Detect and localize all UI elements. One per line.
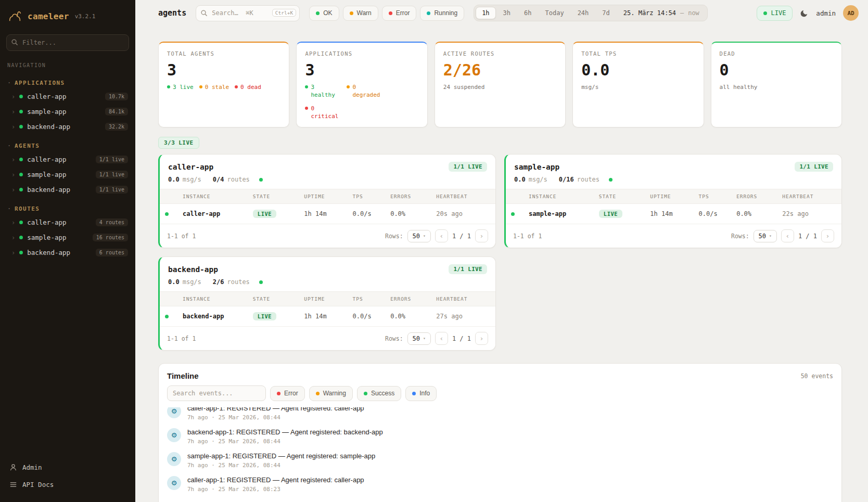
shortcut-kbd: Ctrl+K	[272, 9, 296, 17]
ok-dot-icon	[316, 11, 320, 15]
sidebar-section-header-routes[interactable]: · ROUTES	[0, 202, 135, 215]
global-search: Ctrl+K	[196, 5, 300, 21]
app-card-title[interactable]: backend-app	[168, 265, 218, 274]
gear-icon: ⚙	[167, 476, 181, 490]
filter-chip-running[interactable]: Running	[420, 6, 464, 21]
status-dot-icon	[19, 173, 23, 176]
range-button-6h[interactable]: 6h	[518, 7, 538, 19]
sidebar-section-header-agents[interactable]: · AGENTS	[0, 139, 135, 152]
range-button-7d[interactable]: 7d	[596, 7, 616, 19]
timeline-event-list[interactable]: ⚙ caller-app-1: REGISTERED — Agent regis…	[159, 407, 841, 502]
card-applications: APPLICATIONS 3 3 healthy 0 degraded 0 cr…	[296, 42, 427, 127]
rows-label: Rows:	[385, 335, 403, 342]
status-dot-icon	[165, 212, 169, 216]
time-range-label: 25. März 14:54 — now	[617, 9, 706, 17]
timeline-event[interactable]: ⚙ caller-app-1: REGISTERED — Agent regis…	[167, 472, 833, 496]
status-dot-icon	[347, 85, 350, 88]
error-dot-icon	[277, 392, 280, 395]
app-card-backend-app: backend-app 1/1 LIVE 0.0 msg/s 2/6 route…	[158, 256, 496, 351]
timeline-header: Timeline 50 events	[159, 364, 841, 385]
timeline-event-count: 50 events	[801, 372, 833, 380]
count-badge: 10.7k	[105, 93, 128, 100]
rows-per-page-select[interactable]: 50▾	[407, 230, 431, 242]
row-range-label: 1-1 of 1	[513, 233, 542, 240]
sidebar-item-routes-caller-app[interactable]: › caller-app 4 routes	[0, 215, 135, 230]
timeline-controls: Error Warning Success Info	[159, 385, 841, 407]
prev-page-button[interactable]: ‹	[435, 332, 448, 345]
user-avatar[interactable]: AD	[843, 5, 859, 21]
sidebar-item-agents-caller-app[interactable]: › caller-app 1/1 live	[0, 152, 135, 167]
card-value: 0.0	[581, 61, 695, 79]
timeline-filter-success[interactable]: Success	[357, 386, 401, 401]
count-badge: 6 routes	[96, 249, 128, 256]
table-header: INSTANCE STATE UPTIME TPS ERRORS HEARTBE…	[160, 189, 495, 204]
sidebar-item-routes-sample-app[interactable]: › sample-app 16 routes	[0, 230, 135, 245]
datetime-label: 25. März 14:54	[623, 9, 676, 17]
page-indicator: 1 / 1	[452, 335, 471, 342]
sidebar-item-agents-backend-app[interactable]: › backend-app 1/1 live	[0, 182, 135, 197]
sidebar-item-applications-caller-app[interactable]: › caller-app 10.7k	[0, 89, 135, 104]
count-badge: 84.1k	[105, 108, 128, 115]
next-page-button[interactable]: ›	[821, 229, 834, 242]
chevron-down-icon: ▾	[423, 234, 426, 238]
count-badge: 1/1 live	[96, 186, 128, 194]
next-page-button[interactable]: ›	[475, 332, 488, 345]
app-logo[interactable]: cameleer v3.2.1	[0, 0, 135, 30]
timeline-filter-warning[interactable]: Warning	[309, 386, 353, 401]
sidebar-item-agents-sample-app[interactable]: › sample-app 1/1 live	[0, 167, 135, 182]
rows-per-page-select[interactable]: 50▾	[754, 230, 777, 242]
filter-chip-warn[interactable]: Warn	[343, 6, 378, 21]
summary-cards-row: TOTAL AGENTS 3 3 live 0 stale 0 dead APP…	[158, 42, 842, 127]
navigation-label: NAVIGATION	[0, 53, 135, 71]
timeline-event[interactable]: ⚙ backend-app-1: REGISTERED — Agent regi…	[167, 424, 833, 448]
status-dot-icon	[305, 85, 308, 88]
dark-mode-toggle[interactable]	[800, 9, 809, 18]
table-row[interactable]: caller-app LIVE 1h 14m 0.0/s 0.0% 20s ag…	[160, 204, 495, 224]
next-page-button[interactable]: ›	[475, 229, 488, 242]
range-button-3h[interactable]: 3h	[497, 7, 517, 19]
state-badge: LIVE	[253, 312, 276, 320]
gear-icon: ⚙	[167, 452, 181, 466]
topbar-right-cluster: LIVE admin AD	[757, 5, 859, 21]
timeline-search-input[interactable]	[167, 385, 266, 401]
table-row[interactable]: backend-app LIVE 1h 14m 0.0/s 0.0% 27s a…	[160, 306, 495, 327]
app-card-title[interactable]: caller-app	[168, 163, 213, 171]
range-button-1h[interactable]: 1h	[476, 7, 495, 19]
sidebar-item-api-docs[interactable]: API Docs	[7, 478, 128, 492]
timeline-event[interactable]: ⚙ caller-app-1: REGISTERED — Agent regis…	[167, 407, 833, 424]
prev-page-button[interactable]: ‹	[435, 229, 448, 242]
sidebar-item-applications-backend-app[interactable]: › backend-app 32.2k	[0, 119, 135, 134]
filter-chip-ok[interactable]: OK	[309, 6, 339, 21]
app-card-caller-app: caller-app 1/1 LIVE 0.0 msg/s 0/4 routes…	[158, 154, 496, 248]
rows-label: Rows:	[385, 233, 403, 240]
sidebar-item-applications-sample-app[interactable]: › sample-app 84.1k	[0, 104, 135, 119]
sidebar-section-header-applications[interactable]: · APPLICATIONS	[0, 76, 135, 89]
rows-per-page-select[interactable]: 50▾	[407, 332, 431, 345]
status-dot-icon	[165, 315, 169, 318]
timeline-filter-error[interactable]: Error	[270, 386, 305, 401]
sidebar-filter-input[interactable]	[6, 34, 129, 51]
table-row[interactable]: sample-app LIVE 1h 14m 0.0/s 0.0% 22s ag…	[506, 204, 841, 224]
app-card-title[interactable]: sample-app	[514, 163, 559, 171]
card-value: 3	[167, 61, 280, 79]
sidebar-item-admin[interactable]: Admin	[7, 460, 128, 474]
rows-label: Rows:	[731, 233, 749, 240]
page-indicator: 1 / 1	[452, 233, 471, 240]
section-marker-icon: ·	[7, 79, 10, 86]
timeline-filter-info[interactable]: Info	[405, 386, 437, 401]
state-badge: LIVE	[599, 210, 622, 218]
range-button-24h[interactable]: 24h	[571, 7, 595, 19]
card-value: 3	[305, 61, 418, 79]
status-dot-icon	[19, 110, 23, 113]
app-name: cameleer	[28, 11, 69, 21]
sidebar-item-routes-backend-app[interactable]: › backend-app 6 routes	[0, 245, 135, 260]
info-dot-icon	[412, 392, 416, 395]
timeline-event[interactable]: ⚙ sample-app-1: REGISTERED — Agent regis…	[167, 448, 833, 472]
card-meta: msg/s	[581, 84, 695, 91]
status-dot-icon	[511, 212, 515, 216]
prev-page-button[interactable]: ‹	[781, 229, 794, 242]
sparkline-dot-icon	[259, 178, 263, 182]
menu-lines-icon	[9, 481, 17, 488]
range-button-today[interactable]: Today	[539, 7, 570, 19]
filter-chip-error[interactable]: Error	[382, 6, 417, 21]
